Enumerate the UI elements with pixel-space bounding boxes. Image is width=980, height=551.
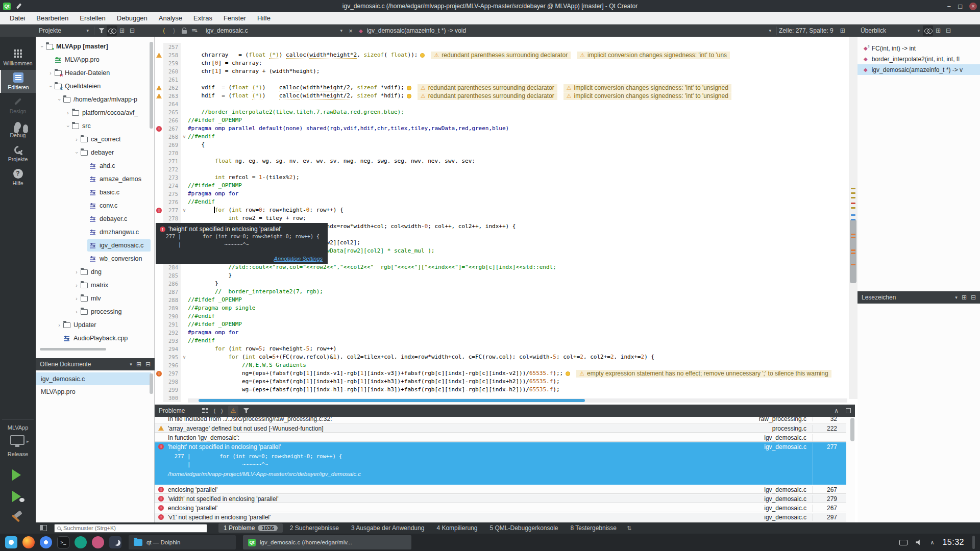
sidebar-toggle-button[interactable]	[40, 525, 47, 531]
code-line[interactable]: 298 eg=(eps+(fabsf(rgb[1][indx+h1]-rgb[1…	[155, 378, 847, 386]
output-pane-updown-icon[interactable]: ⇅	[627, 525, 631, 532]
fold-marker-icon[interactable]: ∨	[181, 134, 188, 139]
tree-item-dng[interactable]: ›dng	[74, 265, 102, 279]
code-line[interactable]: 260 chr[1] = chrarray + (width*height);	[155, 67, 847, 76]
split-icon[interactable]: ⊞	[136, 361, 141, 368]
maximize-pane-icon[interactable]	[846, 408, 851, 413]
code-line[interactable]: 292#pragma omp for	[155, 329, 847, 337]
tree-expander-icon[interactable]: ›	[47, 70, 54, 76]
split-pane-button[interactable]: ⊞	[117, 26, 127, 36]
keyboard-tray-icon[interactable]	[899, 540, 908, 545]
tree-expander-icon[interactable]: ›	[74, 269, 80, 275]
tree-item-audioplayback-cpp[interactable]: AudioPlayback.cpp	[56, 332, 128, 345]
editor-vertical-scrollbar[interactable]	[849, 37, 857, 399]
app-launcher-icon[interactable]	[5, 536, 17, 548]
menu-item-hilfe[interactable]: Hilfe	[252, 12, 276, 24]
problem-row[interactable]: In function 'igv_demosaic':igv_demosaic.…	[155, 433, 846, 442]
open-documents-scrollbar[interactable]	[150, 373, 153, 394]
outline-sync-button[interactable]	[923, 26, 933, 36]
tree-expander-icon[interactable]: ›	[65, 123, 71, 129]
code-line[interactable]: !263 hdif = (float (*)) calloc(width*hei…	[155, 92, 847, 100]
code-line[interactable]: !262 vdif = (float (*)) calloc(width*hei…	[155, 84, 847, 92]
code-line[interactable]: 284 //std::cout<<"row,col="<<row2<<","<<…	[155, 263, 847, 271]
menu-item-erstellen[interactable]: Erstellen	[74, 12, 111, 24]
code-line[interactable]: 261	[155, 76, 847, 84]
output-tab-5-qml-debuggerkonsole[interactable]: 5 QML-Debuggerkonsole	[484, 523, 563, 533]
menu-item-extras[interactable]: Extras	[188, 12, 218, 24]
mode-item-help[interactable]: ?Hilfe	[0, 166, 36, 189]
code-line[interactable]: 293//#endif	[155, 337, 847, 345]
problem-row[interactable]: In file included from ../../src/processi…	[155, 417, 846, 423]
darktable-icon[interactable]	[109, 536, 121, 548]
tree-item-header-dateien[interactable]: ›HHeader-Dateien	[47, 66, 110, 80]
editor-horizontal-scrollbar[interactable]	[188, 398, 847, 403]
code-line[interactable]: 296 //N,E,W,S Gradients	[155, 361, 847, 369]
search-input[interactable]	[63, 525, 191, 531]
tree-expander-icon[interactable]: ›	[74, 137, 80, 142]
filter-tree-button[interactable]	[96, 26, 107, 36]
go-forward-button[interactable]: ⟩	[169, 26, 179, 36]
fold-marker-icon[interactable]: ∨	[181, 208, 188, 213]
split-icon[interactable]: ⊞	[962, 294, 967, 301]
firefox-icon[interactable]	[22, 536, 35, 548]
open-document-item[interactable]: igv_demosaic.c	[36, 372, 151, 385]
code-line[interactable]: 265 //border_interpolate2(tilew,tileh,7,…	[155, 108, 847, 116]
problem-row[interactable]: !enclosing 'parallel'igv_demosaic.c267	[155, 504, 846, 512]
previous-item-icon[interactable]: ⟨	[213, 408, 215, 414]
editor-scroll-handle[interactable]	[850, 219, 856, 283]
code-editor[interactable]: 257!258 chrarray = (float (*)) calloc(wi…	[155, 37, 857, 403]
tree-item-updater[interactable]: ›Updater	[56, 318, 96, 332]
code-line[interactable]: 278 int row2 = tiley + row;	[155, 214, 847, 222]
code-line[interactable]: 266//#ifdef _OPENMP	[155, 116, 847, 124]
annotation-settings-link[interactable]: Annotation Settings	[274, 256, 323, 262]
menu-item-debuggen[interactable]: Debuggen	[111, 12, 153, 24]
tree-item-mlv[interactable]: ›mlv	[74, 292, 101, 305]
categorize-icon[interactable]	[202, 408, 208, 414]
code-line[interactable]: 271 float ng, eg, wg, sg, nv, ev, wv, sv…	[155, 157, 847, 165]
tree-item-amaze-demos[interactable]: amaze_demos	[82, 172, 141, 186]
open-document-item[interactable]: MLVApp.pro	[36, 385, 151, 398]
tree-item-debayer[interactable]: ›debayer	[74, 146, 114, 159]
tree-expander-icon[interactable]: ›	[74, 296, 80, 302]
tree-vertical-scrollbar[interactable]	[150, 42, 153, 129]
tree-item-ca-correct[interactable]: ›ca_correct	[74, 133, 120, 146]
lock-button[interactable]	[179, 26, 189, 36]
output-tab-8-testergebnisse[interactable]: 8 Testergebnisse	[566, 523, 622, 533]
menu-item-bearbeiten[interactable]: Bearbeiten	[31, 12, 74, 24]
code-line[interactable]: 286 }	[155, 280, 847, 288]
tree-item-basic-c[interactable]: basic.c	[82, 186, 119, 199]
quickfix-bulb-icon[interactable]	[566, 371, 570, 376]
tree-item-src[interactable]: ›src	[65, 119, 91, 133]
outline-pane-selector[interactable]: Überblick ▾	[857, 24, 923, 37]
collapse-icon[interactable]: ⊟	[145, 361, 151, 368]
problem-row[interactable]: !'array_average' defined but not used [-…	[155, 424, 846, 433]
tree-item--home-edgar-mlvapp-p[interactable]: ›/home/edgar/mlvapp-p	[56, 93, 137, 106]
tree-item-dmzhangwu-c[interactable]: dmzhangwu.c	[82, 226, 139, 239]
tree-item-matrix[interactable]: ›matrix	[74, 279, 108, 292]
tree-expander-icon[interactable]: ›	[74, 149, 80, 156]
split-editor-button[interactable]: ⊞	[838, 26, 848, 36]
tree-item-platform-cocoa-avf-[interactable]: ›platform/cocoa/avf_	[65, 106, 138, 119]
tree-item-mlvapp-master-[interactable]: ›●MLVApp [master]	[39, 40, 108, 53]
open-documents-menu-button[interactable]: ≡⇅	[189, 26, 200, 36]
problem-row[interactable]: !'v1' not specified in enclosing 'parall…	[155, 513, 846, 521]
code-line[interactable]: !258 chrarray = (float (*)) calloc(width…	[155, 51, 847, 59]
collapse-icon[interactable]: ⊟	[971, 294, 976, 301]
tree-item-mlvapp-pro[interactable]: MLVApp.pro	[47, 53, 100, 66]
code-line[interactable]: !277∨ for (int row=0; row<height-0; row+…	[155, 206, 847, 214]
show-warnings-toggle[interactable]: ⚠	[228, 406, 238, 416]
locator-search[interactable]	[54, 524, 207, 533]
close-document-button[interactable]: ×	[346, 26, 356, 36]
output-tab-1-probleme[interactable]: 1 Probleme1036	[218, 523, 283, 533]
code-line[interactable]: 295∨ for (int col=5+(FC(row,refcol)&1), …	[155, 353, 847, 361]
outline-item[interactable]: ◆sFC(int, int) -> int	[857, 43, 980, 54]
code-line[interactable]: 269 {	[155, 141, 847, 149]
sync-with-editor-button[interactable]	[107, 26, 117, 36]
chromium-icon[interactable]	[40, 536, 52, 548]
task-dolphin[interactable]: qt — Dolphin	[129, 535, 236, 549]
kate-icon[interactable]	[75, 536, 87, 548]
code-line[interactable]: 290//#endif	[155, 312, 847, 320]
next-item-icon[interactable]: ⟩	[221, 408, 223, 414]
menu-item-analyse[interactable]: Analyse	[153, 12, 188, 24]
tree-item-quelldateien[interactable]: ›CQuelldateien	[47, 80, 101, 93]
